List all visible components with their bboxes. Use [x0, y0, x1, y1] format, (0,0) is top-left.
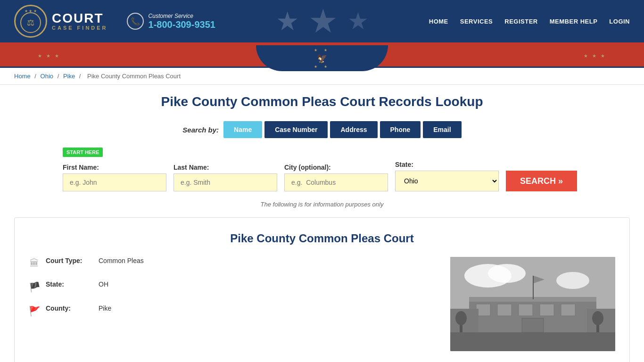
city-group: City (optional):	[284, 164, 388, 191]
phone-number: 1-800-309-9351	[149, 19, 215, 30]
state-detail-label: State:	[46, 280, 93, 288]
search-area: Search by: Name Case Number Address Phon…	[14, 121, 630, 138]
breadcrumb-sep-3: /	[79, 73, 83, 80]
city-input[interactable]	[284, 173, 388, 191]
breadcrumb-sep-2: /	[58, 73, 61, 80]
svg-point-18	[455, 311, 467, 325]
court-type-value: Common Pleas	[99, 257, 144, 264]
svg-rect-11	[561, 304, 575, 316]
main-nav: HOME SERVICES REGISTER MEMBER HELP LOGIN	[429, 18, 630, 25]
svg-point-2	[488, 264, 526, 283]
header: ⚖ COURT CASE FINDER 📞 Customer Service 1…	[0, 0, 644, 42]
search-button[interactable]: SEARCH »	[506, 171, 577, 191]
breadcrumb-sep-1: /	[34, 73, 38, 80]
logo-area: ⚖ COURT CASE FINDER	[14, 5, 108, 38]
tab-phone[interactable]: Phone	[380, 121, 421, 138]
stars-left: ★ ★	[314, 48, 330, 52]
search-button-label: SEARCH »	[520, 176, 563, 186]
search-form-area: START HERE First Name: Last Name: City (…	[63, 148, 581, 191]
svg-point-3	[556, 272, 589, 289]
right-stars: ★ ★ ★	[584, 53, 606, 58]
court-building-svg	[450, 257, 615, 351]
court-info-title: Pike County Common Pleas Court	[29, 232, 615, 245]
breadcrumb-current: Pike County Common Pleas Court	[87, 73, 181, 80]
star-decoration-3: ★	[347, 8, 369, 35]
detail-row-county: 🚩 County: Pike	[29, 304, 436, 317]
tab-address[interactable]: Address	[330, 121, 377, 138]
flag-icon: 🏴	[29, 281, 40, 293]
stars-right: ★ ★	[314, 65, 330, 69]
first-name-input[interactable]	[63, 173, 166, 191]
scales-icon: ⚖	[27, 17, 34, 28]
start-here-badge: START HERE	[63, 148, 103, 157]
court-details: 🏛 Court Type: Common Pleas 🏴 State: OH 🚩…	[29, 257, 615, 351]
eagle-banner: ★ ★ 🦅 ★ ★ ★ ★ ★ ★ ★ ★	[0, 45, 644, 66]
last-name-label: Last Name:	[173, 164, 277, 171]
county-value: Pike	[99, 304, 111, 312]
state-detail-value: OH	[99, 280, 108, 288]
svg-point-20	[592, 311, 603, 325]
nav-register[interactable]: REGISTER	[504, 18, 537, 25]
state-label: State:	[395, 161, 499, 168]
disclaimer: The following is for information purpose…	[14, 201, 630, 208]
breadcrumb-pike[interactable]: Pike	[63, 73, 75, 80]
court-details-left: 🏛 Court Type: Common Pleas 🏴 State: OH 🚩…	[29, 257, 436, 351]
nav-services[interactable]: SERVICES	[460, 18, 493, 25]
logo-case-finder-text: CASE FINDER	[52, 25, 108, 31]
svg-rect-4	[450, 330, 615, 351]
breadcrumb-home[interactable]: Home	[14, 73, 31, 80]
svg-rect-8	[497, 304, 512, 316]
city-label: City (optional):	[284, 164, 388, 171]
court-details-right	[450, 257, 615, 351]
star-decoration-1: ★	[276, 6, 299, 36]
logo-inner: ⚖	[20, 12, 41, 33]
svg-rect-10	[540, 304, 554, 316]
last-name-input[interactable]	[173, 173, 277, 191]
form-fields: First Name: Last Name: City (optional): …	[63, 161, 581, 191]
first-name-label: First Name:	[63, 164, 166, 171]
tab-case-number[interactable]: Case Number	[264, 121, 328, 138]
header-phone: 📞 Customer Service 1-800-309-9351	[127, 13, 215, 30]
phone-text: Customer Service 1-800-309-9351	[149, 13, 215, 30]
page-title: Pike County Common Pleas Court Records L…	[14, 94, 630, 109]
nav-login[interactable]: LOGIN	[609, 18, 630, 25]
eagle-icon: 🦅	[317, 53, 327, 64]
breadcrumb-ohio[interactable]: Ohio	[41, 73, 53, 80]
eagle-arch: ★ ★ 🦅 ★ ★	[256, 45, 388, 71]
detail-row-court-type: 🏛 Court Type: Common Pleas	[29, 257, 436, 269]
logo-circle: ⚖	[14, 5, 47, 38]
search-by-row: Search by: Name Case Number Address Phon…	[14, 121, 630, 138]
svg-rect-12	[522, 318, 544, 332]
detail-row-state: 🏴 State: OH	[29, 280, 436, 293]
court-image	[450, 257, 615, 351]
state-select[interactable]: Ohio Alabama Alaska Arizona Arkansas Cal…	[395, 171, 499, 191]
first-name-group: First Name:	[63, 164, 166, 191]
nav-home[interactable]: HOME	[429, 18, 448, 25]
main-content: Pike County Common Pleas Court Records L…	[0, 85, 644, 362]
svg-rect-15	[533, 276, 534, 299]
logo-text: COURT CASE FINDER	[52, 12, 108, 31]
svg-rect-9	[519, 304, 533, 316]
search-by-label: Search by:	[182, 126, 219, 134]
county-label: County:	[46, 304, 93, 312]
left-stars: ★ ★ ★	[38, 53, 60, 58]
logo-court-text: COURT	[52, 12, 108, 25]
building-icon: 🏛	[29, 258, 40, 269]
tab-email[interactable]: Email	[423, 121, 461, 138]
phone-icon: 📞	[127, 13, 144, 30]
state-group: State: Ohio Alabama Alaska Arizona Arkan…	[395, 161, 499, 191]
header-stars-decoration: ★ ★ ★	[215, 2, 429, 41]
tab-name[interactable]: Name	[223, 121, 262, 138]
pennant-icon: 🚩	[29, 305, 40, 317]
nav-member-help[interactable]: MEMBER HELP	[550, 18, 598, 25]
last-name-group: Last Name:	[173, 164, 277, 191]
phone-label: Customer Service	[149, 13, 215, 19]
star-decoration-2: ★	[308, 2, 338, 41]
court-info-box: Pike County Common Pleas Court 🏛 Court T…	[14, 217, 630, 362]
court-type-label: Court Type:	[46, 257, 93, 264]
